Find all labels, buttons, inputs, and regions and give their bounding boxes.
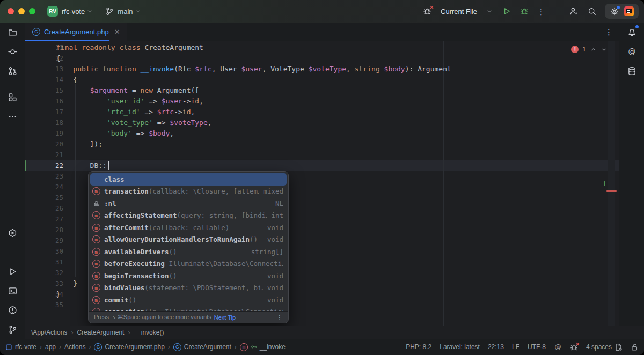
breadcrumb-separator: › [59, 343, 61, 351]
prev-problem-icon[interactable] [590, 46, 597, 53]
completion-item[interactable]: mafterCommit(callback: callable)void [89, 221, 288, 234]
status-widget[interactable]: LF [512, 343, 519, 351]
method-icon: m [240, 343, 248, 351]
status-widget[interactable]: Laravel: latest [440, 343, 480, 351]
completion-item[interactable]: mbeforeExecuting Illuminate\Database\Con… [89, 258, 288, 270]
project-folder-icon[interactable] [4, 24, 20, 40]
scrollbar-error-stripe[interactable] [608, 41, 615, 326]
status-breadcrumb-item[interactable]: rfc-vote [5, 343, 36, 351]
tab-options-icon[interactable]: ⋮ [605, 27, 613, 37]
method-icon: m [92, 235, 100, 243]
method-icon: m [92, 224, 100, 232]
version-control-icon[interactable] [4, 321, 20, 337]
editor-tab-bar: C CreateArgument.php ✕ ⋮ [25, 23, 619, 41]
project-selector[interactable]: rfc-vote [58, 8, 93, 16]
no-icon [92, 175, 100, 183]
completion-name: allowQueryDurationHandlersToRunAgain [104, 235, 250, 243]
code-editor[interactable]: 1112131415161718192021222324252627282930… [25, 41, 619, 326]
status-widget[interactable]: UTF-8 [528, 343, 546, 351]
error-stripe-mark[interactable] [606, 190, 617, 192]
completion-item[interactable]: mtransaction(callback: \Closure, [attem…… [89, 186, 288, 198]
status-breadcrumb-item[interactable]: app [45, 343, 56, 351]
zoom-window-button[interactable] [29, 8, 35, 14]
context-breadcrumb-item[interactable]: __invoke() [134, 329, 164, 336]
completion-item[interactable]: mbeginTransaction()void [89, 270, 288, 282]
close-tab-icon[interactable]: ✕ [114, 28, 120, 35]
completion-item[interactable]: mavailableDrivers()string[] [89, 246, 288, 258]
code-line: ]); [56, 139, 619, 150]
completion-item[interactable]: maffectingStatement(query: string, [bind… [89, 210, 288, 222]
code-with-me-icon[interactable] [569, 6, 579, 16]
status-breadcrumb-item[interactable]: m__invoke [240, 343, 286, 351]
commit-icon[interactable] [4, 43, 20, 60]
completion-name: class [104, 175, 125, 183]
next-problem-icon[interactable] [601, 46, 608, 53]
run-configuration-selector[interactable]: Current File [441, 8, 493, 16]
completion-name: availableDrivers [104, 248, 169, 256]
status-breadcrumb-item[interactable]: CCreateArgument [173, 343, 231, 351]
completion-item[interactable]: mallowQueryDurationHandlersToRunAgain()v… [89, 234, 288, 246]
completion-return-type: NL [271, 199, 283, 208]
ai-assistant-status-icon[interactable]: @ [554, 343, 562, 351]
status-breadcrumb-label: CreateArgument [184, 343, 231, 351]
phpstorm-icon[interactable] [624, 6, 634, 16]
next-tip-link[interactable]: Next Tip [214, 314, 236, 321]
search-everywhere-icon[interactable] [587, 7, 596, 16]
status-widget[interactable]: 22:13 [488, 343, 504, 351]
window-controls [8, 8, 35, 14]
context-breadcrumb-item[interactable]: CreateArgument [77, 329, 124, 336]
structure-icon[interactable] [4, 89, 20, 105]
inspections-widget[interactable]: ! 1 [571, 46, 608, 53]
completion-signature: () [128, 296, 136, 304]
context-breadcrumb-item[interactable]: \App\Actions [31, 329, 67, 336]
completion-name: connection [104, 308, 144, 311]
database-icon[interactable] [624, 63, 640, 79]
indent-config[interactable]: 4 spaces [586, 343, 623, 351]
method-icon: m [92, 272, 100, 280]
completion-item[interactable]: mconnection([n… Illuminate\Database\Conn… [89, 306, 288, 312]
code-line: 'body' => $body, [56, 128, 619, 139]
completion-item[interactable]: :nlNL [89, 197, 288, 210]
footer-menu-icon[interactable]: ⋮ [276, 314, 283, 321]
problems-icon[interactable] [4, 302, 20, 318]
svg-text:@: @ [554, 343, 561, 351]
completion-name: afterCommit [104, 224, 149, 232]
notifications-icon[interactable] [624, 24, 640, 40]
more-actions-icon[interactable]: ⋮ [537, 8, 545, 16]
close-window-button[interactable] [8, 8, 14, 14]
completion-return-type: void [263, 284, 283, 292]
status-widget[interactable]: PHP: 8.2 [406, 343, 431, 351]
minimize-window-button[interactable] [18, 8, 25, 14]
chevron-down-icon [486, 8, 493, 15]
code-line: DB:: [56, 160, 619, 171]
run-button[interactable] [502, 7, 511, 16]
more-tools-icon[interactable] [4, 108, 20, 124]
debug-disabled-status-icon[interactable]: ✕ [570, 343, 578, 351]
completion-item[interactable]: mbindValues(statement: \PDOStatement, bi… [89, 282, 288, 294]
completion-item[interactable]: class [90, 173, 287, 186]
completion-item[interactable]: mcommit()void [89, 294, 288, 306]
terminal-icon[interactable] [4, 283, 20, 299]
status-breadcrumb-item[interactable]: Actions [64, 343, 85, 351]
tab-createargument-php[interactable]: C CreateArgument.php ✕ [25, 23, 127, 41]
completion-footer: Press ⌥⌘Space again to see more variants… [89, 311, 288, 323]
debug-tool-icon[interactable]: undefined [4, 244, 20, 260]
ai-assistant-icon[interactable]: @ [624, 43, 640, 60]
chevron-down-icon [86, 8, 93, 15]
error-count: 1 [582, 46, 586, 53]
completion-popup: classmtransaction(callback: \Closure, [a… [88, 171, 289, 323]
code-line [56, 150, 619, 160]
debug-button[interactable] [519, 7, 529, 16]
unlocked-icon[interactable] [631, 343, 639, 351]
debug-disabled-icon[interactable]: ✕ [422, 6, 432, 16]
completion-return-type: void [263, 224, 283, 232]
services-icon[interactable] [4, 225, 20, 241]
error-badge-icon: ! [571, 46, 579, 53]
right-tool-strip: @ [619, 23, 644, 339]
method-icon: m [92, 211, 100, 219]
status-breadcrumb-item[interactable]: CCreateArgument.php [94, 343, 164, 351]
run-tool-icon[interactable] [4, 263, 20, 279]
branch-selector[interactable]: main [105, 7, 141, 16]
pull-requests-icon[interactable] [4, 63, 20, 79]
settings-gear-icon[interactable] [610, 7, 619, 16]
